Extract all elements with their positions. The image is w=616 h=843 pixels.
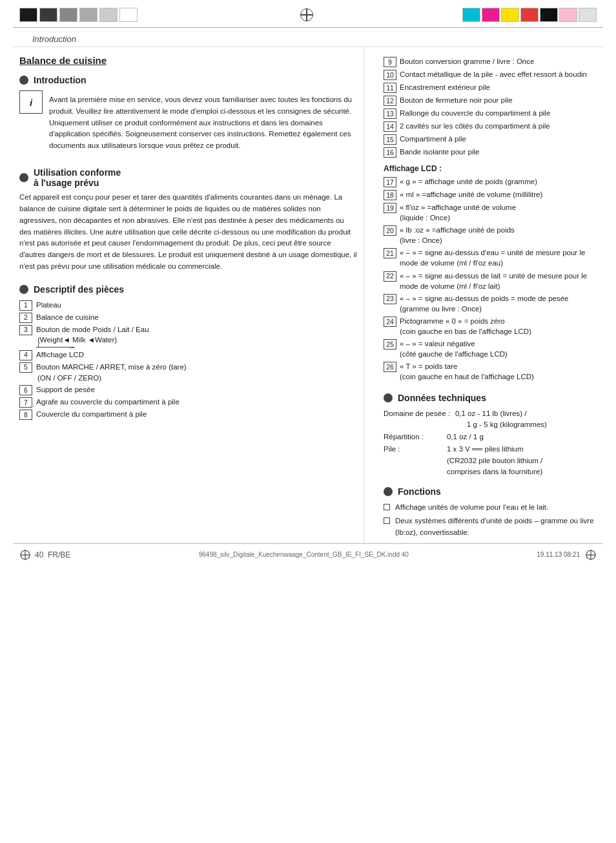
part-num-5: 5 [19,362,32,373]
fonctions-checkbox-1 [384,504,390,510]
utilisation-heading-text: Utilisation conformeà l'usage prévu [34,167,121,188]
right-num-11: 11 [384,83,396,93]
color-sq-white [119,8,138,22]
footer-left: 40 FR/BE [19,549,70,561]
color-sq-gray3 [99,8,118,22]
right-item-14: 14 2 cavités sur les côtés du compartime… [384,121,597,132]
tech-data-block: Domaine de pesée : 0,1 oz - 11 lb (livre… [384,408,597,478]
part-item-4: 4 Affichage LCD [19,349,357,360]
right-num-15: 15 [384,134,396,145]
balance-de-cuisine-title: Balance de cuisine [19,55,357,66]
right-item-17: 17 « g » = affichage unité de poids (gra… [384,176,597,187]
right-text-20: « lb :oz » =affichage unité de poids(liv… [400,225,597,245]
part-num-7: 7 [19,397,32,408]
utilisation-bullet [19,173,28,182]
right-text-22: « – » = signe au-dessus de lait = unité … [400,271,597,291]
right-num-26: 26 [384,362,396,372]
footer-crosshair-right-icon [585,549,597,561]
part-text-7: Agrafe au couvercle du compartiment à pi… [36,397,180,408]
right-num-14: 14 [384,121,396,132]
descriptif-heading: Descriptif des pièces [19,284,357,295]
right-text-18: « ml » =affichage unité de volume (milli… [400,189,597,200]
page-title: Introduction [32,34,76,44]
right-text-10: Contact métallique de la pile - avec eff… [400,69,597,79]
descriptif-bullet [19,285,28,294]
right-num-17: 17 [384,177,396,187]
right-num-13: 13 [384,109,396,119]
part-item-2: 2 Balance de cuisine [19,312,357,323]
arrow-indicator: └ → [36,347,357,348]
header-section: Introduction [13,28,603,47]
part-num-6: 6 [19,385,32,395]
color-squares-right [462,8,597,22]
part-num-4: 4 [19,350,32,360]
right-text-14: 2 cavités sur les côtés du compartiment … [400,121,597,131]
right-text-9: Bouton conversion gramme / livre : Once [400,56,597,67]
right-text-11: Encastrement extérieur pile [400,82,597,92]
right-column: 9 Bouton conversion gramme / livre : Onc… [377,47,597,543]
tech-label-domaine: Domaine de pesée : [384,408,450,419]
tech-value-pile: 1 x 3 V ══ piles lithium (CR2032 pile bo… [447,444,597,477]
crosshair-center-top [150,8,462,22]
color-sq-yellow [501,8,519,22]
right-text-25: « – » = valeur négative(côté gauche de l… [400,338,597,359]
tech-row-repartition: Répartition : 0,1 oz / 1 g [384,432,597,442]
crosshair-icon [300,8,314,22]
utilisation-heading: Utilisation conformeà l'usage prévu [19,167,357,188]
right-text-26: « T » = poids tare(coin gauche en haut d… [400,361,597,382]
right-num-12: 12 [384,96,396,106]
part-num-3: 3 [19,325,32,335]
part-item-6: 6 Support de pesée [19,384,357,395]
right-item-19: 19 « fl'oz » =affichage unité de volume(… [384,202,597,223]
right-item-15: 15 Compartiment à pile [384,134,597,145]
fonctions-item-2: Deux systèmes différents d'unité de poid… [384,515,597,538]
donnees-heading: Données techniques [384,393,597,403]
fonctions-heading: Fonctions [384,486,597,497]
right-item-10: 10 Contact métallique de la pile - avec … [384,69,597,80]
fonctions-item-1: Affichage unités de volume pour l'eau et… [384,502,597,513]
color-sq-gray2 [79,8,98,22]
right-num-9: 9 [384,57,396,67]
right-text-24: Pictogramme « 0 » = poids zéro(coin gauc… [400,316,597,337]
part-num-1: 1 [19,300,32,311]
color-sq-black2 [39,8,57,22]
right-item-16: 16 Bande isolante pour pile [384,147,597,158]
part-text-8: Couvercle du compartiment à pile [36,409,147,420]
right-num-24: 24 [384,317,396,327]
color-sq-ltgray [579,8,597,22]
right-item-23: 23 « – » = signe au-dessus de poids = mo… [384,293,597,314]
utilisation-body: Cet appareil est conçu pour peser et tar… [19,192,357,273]
right-num-16: 16 [384,147,396,158]
fonctions-list: Affichage unités de volume pour l'eau et… [384,502,597,538]
page-wrapper: Introduction Balance de cuisine Introduc… [0,0,616,843]
right-num-10: 10 [384,70,396,80]
part-item-5: 5 Bouton MARCHE / ARRET, mise à zéro (ta… [19,362,357,383]
left-column: Balance de cuisine Introduction i Avant … [19,47,364,543]
color-sq-gray1 [59,8,77,22]
right-text-13: Rallonge du couvercle du compartiment à … [400,108,597,118]
right-item-24: 24 Pictogramme « 0 » = poids zéro(coin g… [384,316,597,337]
footer-section: 40 FR/BE 96498_silv_Digitale_Kuechenwaag… [13,543,603,566]
main-content: Balance de cuisine Introduction i Avant … [0,47,616,543]
footer-right: 19.11.13 08:21 [537,549,597,561]
part-text-1: Plateau [36,300,61,311]
right-text-17: « g » = affichage unité de poids (gramme… [400,176,597,187]
right-text-15: Compartiment à pile [400,134,597,144]
right-num-20: 20 [384,225,396,236]
tech-value-repartition: 0,1 oz / 1 g [447,432,597,442]
footer-filename: 96498_silv_Digitale_Kuechenwaage_Content… [199,551,409,558]
tech-value-domaine: 0,1 oz - 11 lb (livres) / 1 g - 5 kg (ki… [455,408,597,431]
right-text-12: Bouton de fermeture noir pour pile [400,95,597,105]
right-text-23: « – » = signe au-dessus de poids = mode … [400,293,597,314]
right-num-21: 21 [384,248,396,258]
fonctions-text-2: Deux systèmes différents d'unité de poid… [395,515,597,538]
right-num-18: 18 [384,190,396,200]
right-item-18: 18 « ml » =affichage unité de volume (mi… [384,189,597,200]
affichage-lcd-heading: Affichage LCD : [384,164,597,173]
part-text-3: Bouton de mode Poids / Lait / Eau (Weigh… [36,324,149,346]
color-sq-black1 [19,8,37,22]
part-text-2: Balance de cuisine [36,312,99,323]
part-text-4: Affichage LCD [36,349,84,360]
introduction-heading: Introduction [19,75,357,85]
fonctions-text-1: Affichage unités de volume pour l'eau et… [395,502,548,513]
